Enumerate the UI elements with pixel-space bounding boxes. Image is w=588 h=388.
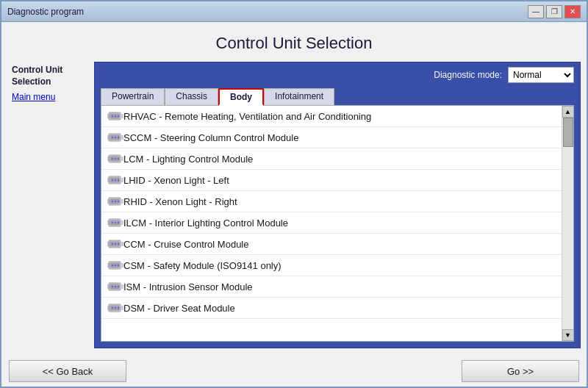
list-item-label: ILCM - Interior Lighting Control Module (123, 218, 288, 229)
list-item-label: CSM - Safety Module (ISO9141 only) (123, 260, 282, 271)
close-button[interactable]: ✕ (564, 5, 581, 18)
scroll-track (562, 118, 573, 329)
diagnostic-mode-select[interactable]: Normal Extended Expert (508, 67, 574, 83)
list-item-label: CCM - Cruise Control Module (123, 239, 249, 250)
scroll-thumb[interactable] (563, 118, 573, 147)
minimize-button[interactable]: — (528, 5, 544, 18)
list-item[interactable]: SCCM - Steering Column Control Module (101, 127, 562, 148)
go-back-button[interactable]: << Go Back (9, 360, 126, 382)
go-button[interactable]: Go >> (462, 360, 579, 382)
svg-point-19 (112, 137, 114, 139)
list-item[interactable]: CSM - Safety Module (ISO9141 only) (101, 255, 562, 276)
scroll-down-arrow[interactable]: ▼ (562, 329, 574, 341)
svg-point-41 (112, 179, 114, 182)
page-title: Control Unit Selection (1, 34, 587, 53)
page-title-area: Control Unit Selection (1, 22, 587, 62)
bottom-bar: << Go Back Go >> (1, 354, 587, 387)
list-item[interactable]: RHID - Xenon Light - Right (101, 191, 562, 212)
list-item[interactable]: RHVAC - Remote Heating, Ventilation and … (101, 106, 562, 127)
svg-point-31 (115, 158, 117, 160)
sidebar-active-item: Control Unit Selection (12, 65, 90, 87)
svg-point-64 (115, 222, 117, 224)
list-item[interactable]: CCM - Cruise Control Module (101, 234, 562, 255)
maximize-button[interactable]: ❐ (546, 5, 562, 18)
list-item-label: ISM - Intrusion Sensor Module (123, 281, 253, 292)
title-bar: Diagnostic program — ❐ ✕ (1, 1, 587, 22)
list-item[interactable]: LHID - Xenon Light - Left (101, 170, 562, 191)
tab-infotainment[interactable]: Infotainment (264, 88, 334, 106)
right-panel: Diagnostic mode: Normal Extended Expert … (94, 62, 581, 348)
svg-point-9 (115, 115, 117, 118)
list-item[interactable]: LCM - Lighting Control Module (101, 148, 562, 170)
list-item[interactable]: DSM - Driver Seat Module (101, 298, 562, 319)
svg-point-53 (115, 201, 117, 203)
list-item-label: LHID - Xenon Light - Left (123, 175, 229, 186)
svg-point-76 (118, 243, 120, 245)
svg-point-98 (118, 286, 120, 288)
main-window: Diagnostic program — ❐ ✕ Control Unit Se… (0, 0, 588, 388)
diagnostic-mode-row: Diagnostic mode: Normal Extended Expert (101, 67, 574, 83)
svg-point-20 (115, 137, 117, 139)
list-item-label: SCCM - Steering Column Control Module (123, 132, 298, 143)
sidebar-main-menu[interactable]: Main menu (12, 92, 90, 102)
scrollbar[interactable]: ▲ ▼ (562, 106, 573, 341)
svg-point-65 (118, 222, 120, 224)
svg-point-85 (112, 265, 114, 267)
svg-point-97 (115, 286, 117, 288)
list-item-label: DSM - Driver Seat Module (123, 303, 235, 314)
svg-point-63 (112, 222, 114, 224)
svg-point-109 (118, 307, 120, 309)
svg-point-10 (118, 115, 120, 118)
svg-point-52 (112, 201, 114, 203)
tab-body[interactable]: Body (218, 88, 264, 106)
svg-point-87 (118, 265, 120, 267)
tab-chassis[interactable]: Chassis (165, 88, 218, 106)
svg-point-108 (115, 307, 117, 309)
list-item-label: RHID - Xenon Light - Right (123, 196, 237, 207)
svg-point-43 (118, 179, 120, 182)
list-item-label: RHVAC - Remote Heating, Ventilation and … (123, 111, 371, 122)
svg-point-96 (112, 286, 114, 288)
list-item[interactable]: ISM - Intrusion Sensor Module (101, 276, 562, 298)
list-item-label: LCM - Lighting Control Module (123, 154, 253, 165)
sidebar: Control Unit Selection Main menu (7, 62, 94, 348)
scroll-up-arrow[interactable]: ▲ (562, 106, 574, 118)
svg-point-75 (115, 243, 117, 245)
list-item[interactable]: ILCM - Interior Lighting Control Module (101, 212, 562, 234)
window-title: Diagnostic program (7, 7, 84, 17)
tab-content: RHVAC - Remote Heating, Ventilation and … (101, 105, 574, 342)
svg-point-30 (112, 158, 114, 160)
svg-point-74 (112, 243, 114, 245)
window-controls: — ❐ ✕ (528, 5, 581, 18)
svg-point-86 (115, 265, 117, 267)
tab-bar: Powertrain Chassis Body Infotainment (101, 87, 574, 105)
diagnostic-mode-label: Diagnostic mode: (434, 70, 502, 80)
svg-point-32 (118, 158, 120, 160)
tabs-container: Powertrain Chassis Body Infotainment (101, 87, 574, 342)
svg-point-8 (112, 115, 114, 118)
body-area: Control Unit Selection Main menu Diagnos… (1, 62, 587, 354)
svg-point-42 (115, 179, 117, 182)
svg-point-107 (112, 307, 114, 309)
tab-powertrain[interactable]: Powertrain (101, 88, 165, 106)
svg-point-54 (118, 201, 120, 203)
svg-point-21 (118, 137, 120, 139)
item-list: RHVAC - Remote Heating, Ventilation and … (101, 106, 562, 341)
